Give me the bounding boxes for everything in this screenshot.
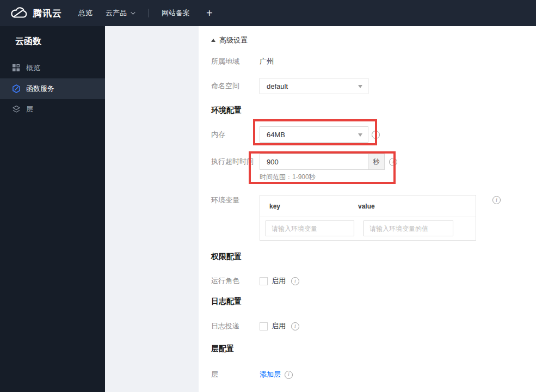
grid-icon (12, 64, 21, 72)
function-config-panel: 高级设置 所属地域 广州 命名空间 default 环境配置 内存 64MB i… (199, 26, 536, 392)
sidebar: 云函数 概览 函数服务 (0, 26, 105, 392)
namespace-selected-value: default (267, 82, 288, 90)
log-delivery-info-icon[interactable]: i (291, 322, 299, 330)
env-vars-input-row (260, 217, 476, 240)
timeout-row: 执行超时时间 秒 i (211, 154, 397, 170)
top-nav: 总览 云产品 网站备案 + (78, 8, 213, 19)
run-role-enable-label[interactable]: 启用 (272, 276, 286, 286)
memory-info-icon[interactable]: i (372, 131, 380, 139)
region-row: 所属地域 广州 (211, 57, 274, 66)
env-vars-table: key value (260, 195, 476, 241)
sidebar-item-function-service[interactable]: 函数服务 (0, 78, 105, 99)
timeout-input[interactable] (260, 154, 368, 170)
env-var-value-input[interactable] (364, 220, 453, 236)
secondary-panel (105, 26, 199, 392)
advanced-settings-toggle[interactable]: 高级设置 (211, 35, 248, 45)
brand[interactable]: 腾讯云 (10, 7, 62, 20)
layer-row: 层 添加层 i (211, 369, 293, 380)
timeout-label: 执行超时时间 (211, 157, 260, 167)
env-var-key-input[interactable] (266, 220, 354, 236)
region-label: 所属地域 (211, 57, 260, 66)
add-nav-button[interactable]: + (206, 8, 213, 19)
sidebar-item-layers[interactable]: 层 (0, 99, 105, 120)
memory-row: 内存 64MB i (211, 126, 380, 143)
sidebar-item-label: 函数服务 (26, 84, 54, 94)
nav-divider (148, 9, 149, 17)
log-delivery-enable-label[interactable]: 启用 (272, 321, 286, 331)
region-value: 广州 (260, 57, 274, 66)
memory-selected-value: 64MB (267, 131, 285, 139)
chevron-down-icon (131, 10, 135, 14)
timeout-hint: 时间范围：1-900秒 (260, 173, 316, 182)
collapse-caret-icon (211, 39, 215, 42)
top-navbar: 腾讯云 总览 云产品 网站备案 + (0, 0, 536, 26)
nav-icp-filing[interactable]: 网站备案 (162, 8, 190, 18)
sidebar-title: 云函数 (0, 26, 105, 46)
sidebar-item-label: 层 (26, 105, 33, 114)
env-vars-info-icon[interactable]: i (492, 196, 501, 204)
nav-cloud-products[interactable]: 云产品 (106, 8, 134, 18)
key-column-header: key (260, 203, 358, 210)
namespace-select[interactable]: default (260, 78, 368, 94)
run-role-checkbox[interactable] (260, 277, 268, 285)
sidebar-item-overview[interactable]: 概览 (0, 58, 105, 78)
env-vars-label: 环境变量 (211, 195, 260, 205)
log-delivery-checkbox[interactable] (260, 322, 268, 330)
timeout-info-icon[interactable]: i (389, 158, 397, 166)
env-vars-header-row: key value (260, 195, 476, 217)
timeout-unit: 秒 (368, 154, 385, 170)
layers-icon (12, 105, 21, 114)
namespace-label: 命名空间 (211, 81, 260, 91)
chevron-down-icon (358, 85, 362, 88)
layer-config-title: 层配置 (211, 344, 234, 354)
brand-label: 腾讯云 (33, 7, 62, 20)
run-role-row: 运行角色 启用 i (211, 276, 299, 286)
log-config-title: 日志配置 (211, 297, 242, 307)
env-config-title: 环境配置 (211, 106, 242, 115)
nav-overview[interactable]: 总览 (78, 8, 93, 18)
namespace-row: 命名空间 default (211, 78, 368, 94)
memory-label: 内存 (211, 130, 260, 139)
run-role-info-icon[interactable]: i (291, 277, 299, 285)
log-delivery-label: 日志投递 (211, 321, 260, 331)
memory-select[interactable]: 64MB (260, 126, 368, 143)
permission-config-title: 权限配置 (211, 252, 242, 262)
add-layer-link[interactable]: 添加层 (260, 370, 281, 379)
log-delivery-row: 日志投递 启用 i (211, 321, 299, 331)
run-role-label: 运行角色 (211, 276, 260, 286)
chevron-down-icon (358, 133, 362, 137)
sidebar-item-label: 概览 (26, 63, 40, 73)
layer-label: 层 (211, 370, 260, 379)
sidebar-menu: 概览 函数服务 层 (0, 58, 105, 120)
tencent-cloud-logo-icon (10, 7, 28, 20)
function-hexagon-icon (12, 84, 21, 93)
add-layer-info-icon[interactable]: i (285, 371, 293, 379)
value-column-header: value (358, 203, 375, 210)
